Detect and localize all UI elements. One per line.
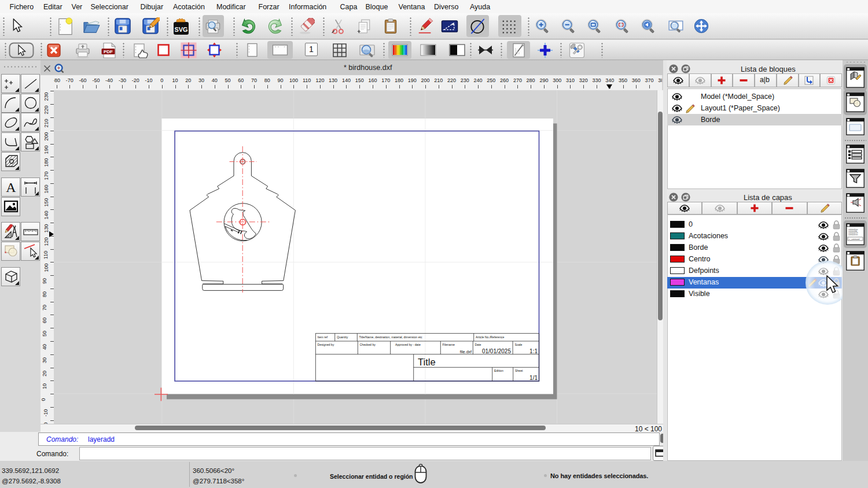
svg-text:01/01/2025: 01/01/2025 [482,348,511,354]
svg-text:Scale: Scale [515,343,523,346]
svg-text:Approved by - date: Approved by - date [395,343,421,346]
svg-text:file.dxf: file.dxf [460,350,472,354]
svg-text:Title/Name, destination, mater: Title/Name, destination, material, dimen… [359,335,422,339]
svg-text:command nnn: command nnn [848,234,858,236]
svg-text:Title: Title [418,357,436,367]
svg-text:Item ref: Item ref [318,335,328,339]
svg-text:c:_command: c:_command [849,238,859,241]
svg-text:Edition: Edition [494,369,503,372]
svg-text:PDF: PDF [104,49,113,54]
svg-text:1:1: 1:1 [529,348,538,354]
svg-text:Quantity: Quantity [337,335,348,339]
svg-text:A: A [6,180,16,195]
svg-text:Article No./Reference: Article No./Reference [476,335,504,339]
svg-text:Sheet: Sheet [515,369,523,372]
svg-text:SVG: SVG [174,26,187,33]
svg-text:1/1: 1/1 [529,375,538,381]
svg-text:Designed by: Designed by [318,343,334,346]
svg-text:Date: Date [475,343,481,346]
svg-text:Checked by: Checked by [360,343,376,346]
svg-text:Filename: Filename [443,343,455,346]
